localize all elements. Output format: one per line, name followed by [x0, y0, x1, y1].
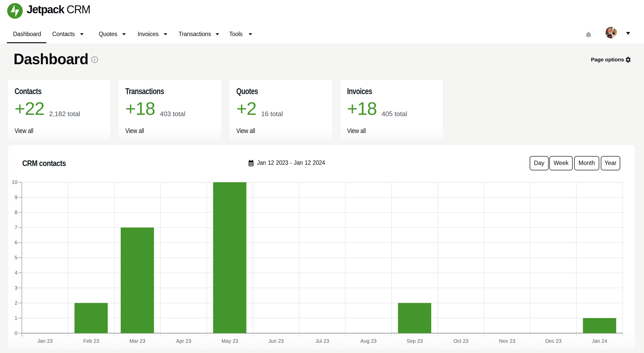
svg-text:5: 5 — [15, 255, 17, 260]
svg-text:May 23: May 23 — [221, 338, 238, 344]
svg-text:6: 6 — [15, 240, 17, 245]
svg-text:10: 10 — [12, 179, 17, 185]
svg-text:1: 1 — [15, 315, 17, 321]
svg-text:8: 8 — [15, 209, 17, 215]
svg-text:0: 0 — [15, 330, 17, 336]
svg-text:Feb 23: Feb 23 — [83, 338, 99, 344]
svg-text:Oct 23: Oct 23 — [453, 338, 469, 344]
svg-text:7: 7 — [15, 225, 17, 230]
svg-text:Aug 23: Aug 23 — [360, 338, 376, 344]
svg-text:Sep 23: Sep 23 — [407, 338, 423, 344]
svg-text:Dec 23: Dec 23 — [545, 338, 561, 344]
svg-text:Jun 23: Jun 23 — [268, 338, 284, 344]
svg-text:Apr 23: Apr 23 — [176, 338, 191, 344]
svg-text:Jan 24: Jan 24 — [592, 338, 607, 344]
svg-text:2: 2 — [15, 300, 17, 306]
svg-text:Nov 23: Nov 23 — [499, 338, 515, 344]
svg-text:3: 3 — [15, 285, 17, 291]
svg-text:Jul 23: Jul 23 — [315, 338, 329, 344]
svg-text:9: 9 — [15, 194, 17, 200]
svg-text:Jan 23: Jan 23 — [37, 338, 53, 344]
svg-text:4: 4 — [15, 270, 17, 275]
svg-text:Mar 23: Mar 23 — [129, 338, 145, 344]
